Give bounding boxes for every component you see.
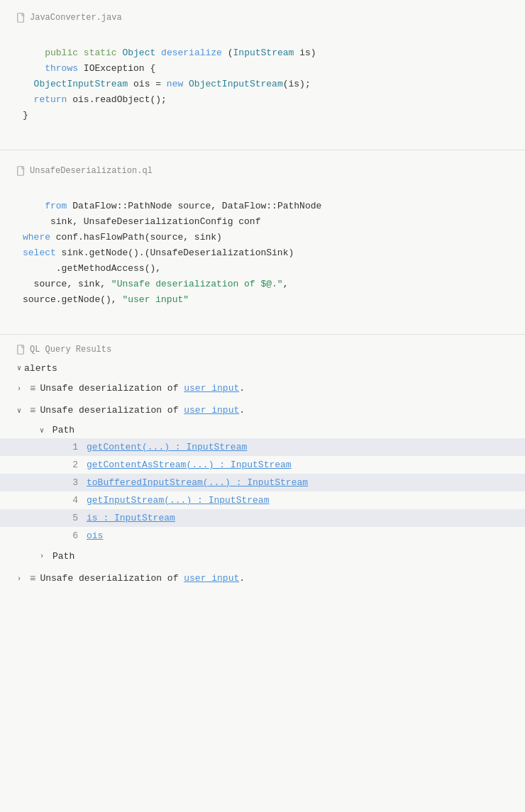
- list-icon-3: ≡: [30, 572, 35, 586]
- ql-code: from DataFlow::PathNode source, DataFlow…: [17, 183, 508, 324]
- code-function: deserialize: [161, 48, 222, 58]
- path-step-6[interactable]: 6 ois: [0, 527, 525, 545]
- code-keyword: new: [167, 79, 183, 89]
- path-header-collapsed[interactable]: › Path: [0, 545, 525, 568]
- expand-icon-2: ∨: [17, 406, 27, 416]
- results-section: QL Query Results ∨ alerts › ≡ Unsafe des…: [0, 338, 525, 590]
- step-num-3: 3: [64, 477, 78, 488]
- step-num-4: 4: [64, 495, 78, 506]
- results-file-header: QL Query Results: [0, 345, 525, 360]
- list-icon-2: ≡: [30, 404, 35, 418]
- step-link-4[interactable]: getInputStream(...) : InputStream: [87, 495, 269, 506]
- path-header-expanded[interactable]: ∨ Path: [0, 422, 525, 438]
- svg-rect-0: [18, 13, 24, 23]
- alerts-toggle[interactable]: ∨ alerts: [0, 360, 525, 378]
- ql-file-header: UnsafeDeserialization.ql: [17, 166, 508, 176]
- path-step-2[interactable]: 2 getContentAsStream(...) : InputStream: [0, 456, 525, 474]
- code-type: ObjectInputStream: [34, 79, 128, 89]
- alert-text-1: Unsafe deserialization of user input.: [40, 382, 245, 396]
- alerts-label: alerts: [24, 363, 57, 374]
- alert-item-2[interactable]: ∨ ≡ Unsafe deserialization of user input…: [0, 400, 525, 422]
- expand-icon-3: ›: [17, 574, 27, 584]
- ql-file-icon: [17, 166, 26, 176]
- path-chevron-down: ∨: [40, 427, 44, 435]
- code-type: Object: [122, 48, 155, 58]
- path-step-3[interactable]: 3 toBufferedInputStream(...) : InputStre…: [0, 474, 525, 491]
- step-link-3[interactable]: toBufferedInputStream(...) : InputStream: [87, 477, 308, 488]
- code-string: "Unsafe deserialization of $@.": [111, 279, 283, 289]
- path-chevron-right: ›: [40, 552, 50, 560]
- alert-text-3: Unsafe deserialization of user input.: [40, 572, 245, 586]
- alert-text-2: Unsafe deserialization of user input.: [40, 404, 245, 418]
- path-label-collapsed: Path: [52, 548, 74, 564]
- step-link-1[interactable]: getContent(...) : InputStream: [87, 442, 247, 452]
- code-type: ObjectInputStream: [189, 79, 283, 89]
- step-num-6: 6: [64, 530, 78, 541]
- path-step-4[interactable]: 4 getInputStream(...) : InputStream: [0, 491, 525, 509]
- expand-icon-1: ›: [17, 384, 27, 394]
- results-filename: QL Query Results: [30, 345, 111, 355]
- list-icon-1: ≡: [30, 382, 35, 396]
- path-label-expanded: Path: [52, 422, 74, 438]
- step-link-5[interactable]: is : InputStream: [87, 513, 175, 523]
- code-keyword: public: [45, 48, 78, 58]
- alert-link-3[interactable]: user input: [184, 573, 239, 584]
- file-icon: [17, 13, 26, 23]
- code-keyword: select: [23, 248, 56, 258]
- alert-item-3[interactable]: › ≡ Unsafe deserialization of user input…: [0, 568, 525, 590]
- svg-rect-1: [18, 166, 24, 175]
- ql-filename: UnsafeDeserialization.ql: [30, 166, 153, 176]
- alert-link-2[interactable]: user input: [184, 405, 239, 416]
- step-num-1: 1: [64, 442, 78, 452]
- code-keyword: static: [84, 48, 117, 58]
- section-divider-2: [0, 334, 525, 335]
- step-num-5: 5: [64, 513, 78, 523]
- path-step-5[interactable]: 5 is : InputStream: [0, 509, 525, 527]
- code-keyword: from: [45, 201, 67, 211]
- code-keyword: return: [34, 94, 67, 105]
- path-step-1[interactable]: 1 getContent(...) : InputStream: [0, 438, 525, 456]
- results-file-icon: [17, 345, 26, 355]
- alert-item-1[interactable]: › ≡ Unsafe deserialization of user input…: [0, 378, 525, 400]
- code-keyword: throws: [45, 63, 78, 74]
- step-link-2[interactable]: getContentAsStream(...) : InputStream: [87, 460, 292, 470]
- section-divider: [0, 150, 525, 150]
- java-filename: JavaConverter.java: [30, 13, 122, 23]
- ql-section: UnsafeDeserialization.ql from DataFlow::…: [0, 153, 525, 331]
- alerts-chevron-down: ∨: [17, 364, 21, 372]
- java-code: public static Object deserialize (InputS…: [17, 30, 508, 140]
- code-type: InputStream: [233, 48, 294, 58]
- code-string: "user input": [122, 294, 189, 305]
- alert-link-1[interactable]: user input: [184, 383, 239, 394]
- step-num-2: 2: [64, 460, 78, 470]
- step-link-6[interactable]: ois: [87, 530, 103, 541]
- svg-rect-2: [18, 345, 24, 354]
- java-section: JavaConverter.java public static Object …: [0, 0, 525, 147]
- code-keyword: where: [23, 232, 50, 243]
- java-file-header: JavaConverter.java: [17, 13, 508, 23]
